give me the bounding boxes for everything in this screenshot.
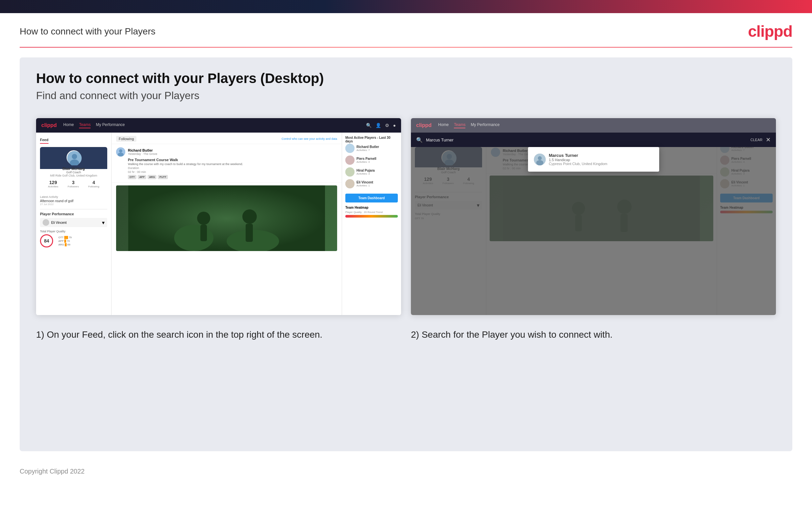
footer: Copyright Clippd 2022	[0, 461, 812, 482]
stat-activities-label: Activities	[48, 185, 58, 188]
heatmap-bar-1	[345, 215, 398, 218]
most-active-title-1: Most Active Players - Last 30 days	[345, 136, 398, 143]
user-avatar-richard	[116, 147, 125, 157]
top-bar	[0, 0, 812, 13]
team-dashboard-button-1[interactable]: Team Dashboard	[345, 194, 398, 203]
activity-desc-1: Walking the course with my coach to buil…	[128, 162, 337, 166]
duration-label-text: Duration	[128, 166, 139, 170]
main-subheading: Find and connect with your Players	[36, 90, 776, 102]
search-result-handicap: 1.5 Handicap	[549, 158, 608, 162]
svg-point-6	[118, 153, 124, 157]
active-player-acts-4: Activities: 1	[356, 184, 373, 187]
screenshot-2: clippd Home Teams My Performance Feed	[411, 118, 776, 315]
activity-tags-1: OTT APP ARG PUTT	[128, 175, 337, 179]
nav-my-performance-2: My Performance	[471, 122, 499, 128]
duration-label-1: Duration	[128, 166, 337, 170]
feed-tab-1[interactable]: Feed	[40, 138, 49, 144]
app-left-panel-1: Feed Blair McHarg Golf C	[36, 133, 111, 315]
search-input[interactable]	[426, 137, 747, 142]
main-content: How to connect with your Players (Deskto…	[20, 57, 792, 451]
player-select-name: Eli Vincent	[51, 221, 100, 224]
duration-value-1: 02 hr : 00 min	[128, 170, 337, 174]
svg-point-14	[345, 144, 354, 153]
profile-club-1: Mill Ride Golf Club, United Kingdom	[43, 174, 104, 177]
app-logo-2: clippd	[416, 122, 432, 128]
page-title: How to connect with your Players	[20, 26, 155, 37]
app-middle-panel-1: Following Control who can see your activ…	[111, 133, 342, 315]
profile-stats-1: 129 Activities 3 Followers 4 Following	[43, 180, 104, 188]
stat-followers: 3 Followers	[67, 180, 79, 188]
caption-2: 2) Search for the Player you wish to con…	[411, 328, 776, 341]
nav-home[interactable]: Home	[63, 122, 74, 128]
player-select-avatar	[43, 219, 49, 226]
active-player-acts-1: Activities: 7	[356, 149, 379, 152]
app-score: 70	[67, 240, 70, 243]
nav-teams[interactable]: Teams	[79, 122, 91, 128]
latest-activity-label: Latest Activity	[40, 195, 107, 199]
user-name-richard: Richard Butler	[128, 148, 337, 152]
following-button[interactable]: Following	[116, 136, 136, 142]
score-circle: 84	[40, 234, 53, 247]
activity-item-1: Richard Butler Yesterday · The Grove Pre…	[111, 144, 342, 183]
app-body-1: Feed Blair McHarg Golf C	[36, 133, 401, 315]
nav-home-2: Home	[438, 122, 449, 128]
app-mockup-2: clippd Home Teams My Performance Feed	[411, 118, 776, 315]
svg-point-32	[538, 156, 542, 160]
header: How to connect with your Players clippd	[0, 13, 812, 47]
player-performance-1: Player Performance Eli Vincent ▾ Total P…	[40, 209, 107, 247]
active-player-avatar-3	[345, 167, 354, 176]
main-heading: How to connect with your Players (Deskto…	[36, 71, 776, 86]
search-bar-overlay: 🔍 CLEAR ✕	[411, 133, 776, 147]
app-navbar-1: clippd Home Teams My Performance 🔍 👤 ⚙ ●	[36, 118, 401, 133]
nav-my-performance[interactable]: My Performance	[96, 122, 125, 128]
active-player-avatar-4	[345, 179, 354, 188]
control-link[interactable]: Control who can see your activity and da…	[281, 137, 337, 140]
latest-activity-1: Latest Activity Afternoon round of golf …	[40, 195, 107, 206]
active-player-name-4: Eli Vincent	[356, 180, 373, 184]
arg-score: 69	[67, 243, 70, 246]
stat-following-num: 4	[88, 180, 99, 185]
activity-when-1: Yesterday · The Grove	[128, 152, 337, 156]
profile-card-1: Blair McHarg Golf Coach Mill Ride Golf C…	[40, 147, 107, 191]
activity-item-header: Richard Butler Yesterday · The Grove	[116, 147, 337, 157]
user-info-1: Richard Butler Yesterday · The Grove	[128, 148, 337, 156]
search-clear-button[interactable]: CLEAR	[750, 138, 762, 142]
stat-activities: 129 Activities	[48, 180, 58, 188]
search-close-button[interactable]: ✕	[766, 136, 771, 143]
app-logo-1: clippd	[41, 122, 57, 128]
copyright-text: Copyright Clippd 2022	[20, 468, 85, 475]
svg-rect-13	[246, 224, 253, 242]
heatmap-subtitle-1: Player Quality · 20 Round Trend	[345, 211, 398, 214]
latest-activity-date: 27 Jul 2022	[40, 203, 107, 206]
settings-icon[interactable]: ⚙	[385, 123, 389, 128]
nav-teams-2: Teams	[454, 122, 465, 128]
nav-items-2: Home Teams My Performance	[438, 122, 499, 128]
search-overlay: 🔍 CLEAR ✕ Marcus Turner	[411, 133, 776, 315]
player-perf-title-1: Player Performance	[40, 212, 107, 216]
tag-ott: OTT	[128, 175, 136, 179]
profile-role-1: Golf Coach	[43, 171, 104, 174]
nav-items-1: Home Teams My Performance	[63, 122, 125, 128]
active-player-acts-2: Activities: 4	[356, 161, 377, 163]
stat-following: 4 Following	[88, 180, 99, 188]
player-select-1[interactable]: Eli Vincent ▾	[40, 218, 107, 227]
clippd-logo: clippd	[748, 22, 792, 40]
app-right-panel-1: Most Active Players - Last 30 days Richa…	[342, 133, 401, 315]
active-player-avatar-1	[345, 144, 354, 153]
profile-icon[interactable]: 👤	[376, 123, 381, 128]
stat-followers-label: Followers	[67, 185, 79, 188]
chevron-down-icon: ▾	[102, 219, 105, 226]
active-player-avatar-2	[345, 156, 354, 165]
tag-app: APP	[138, 175, 146, 179]
svg-point-10	[197, 212, 210, 225]
tag-arg: ARG	[148, 175, 156, 179]
search-icon-overlay: 🔍	[416, 137, 423, 143]
active-player-info-4: Eli Vincent Activities: 1	[356, 180, 373, 187]
avatar-icon[interactable]: ●	[393, 123, 396, 128]
search-icon[interactable]: 🔍	[366, 123, 372, 128]
svg-point-12	[242, 209, 257, 224]
search-result-marcus-turner[interactable]: Marcus Turner 1.5 Handicap Cypress Point…	[531, 150, 656, 168]
search-result-avatar	[534, 154, 546, 165]
caption-1: 1) On your Feed, click on the search ico…	[36, 328, 401, 341]
active-player-info-3: Hiral Pujara Activities: 3	[356, 169, 375, 175]
